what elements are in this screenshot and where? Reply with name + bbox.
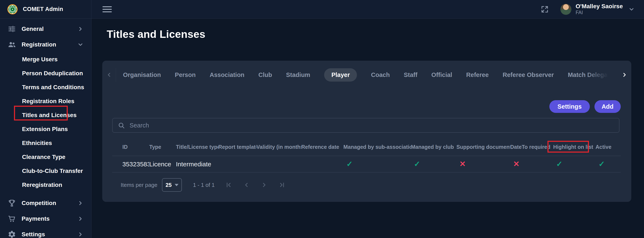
- search-box: [112, 118, 620, 133]
- sidebar-subitem-registration-roles[interactable]: Registration Roles: [0, 94, 91, 108]
- add-button[interactable]: Add: [594, 100, 621, 113]
- previous-page-icon[interactable]: [242, 180, 251, 190]
- sidebar-item-general[interactable]: General: [0, 21, 91, 37]
- brand-title: COMET Admin: [23, 6, 63, 12]
- column-header-id: ID: [112, 144, 149, 150]
- menu-toggle-icon[interactable]: [102, 5, 112, 13]
- page-size-select[interactable]: 25: [162, 178, 182, 192]
- tabs-scroll-right-icon[interactable]: [618, 68, 631, 82]
- last-page-icon[interactable]: [277, 180, 287, 190]
- sidebar-subitem-titles-and-licenses[interactable]: Titles and Licenses: [0, 108, 91, 122]
- search-input[interactable]: [130, 122, 614, 129]
- cell-managed-by-club: ✓: [411, 160, 456, 168]
- sidebar-item-payments[interactable]: Payments: [0, 211, 91, 227]
- next-page-icon[interactable]: [260, 180, 269, 190]
- column-header-supporting-document: Supporting document: [456, 144, 510, 150]
- user-avatar[interactable]: [560, 4, 572, 15]
- column-header-managed-by-sub-association: Managed by sub-association: [344, 144, 411, 150]
- cell-id: 35323583: [112, 161, 149, 168]
- items-per-page-label: Items per page: [121, 182, 157, 188]
- sidebar-item-label: General: [22, 26, 44, 32]
- table-body: 35323583LicenceIntermediate✓✓✕✕✓✓: [112, 156, 621, 172]
- column-header-report-template: Report template: [218, 144, 256, 150]
- tab-organisation[interactable]: Organisation: [123, 71, 161, 78]
- check-icon: ✓: [411, 160, 420, 168]
- sidebar-nav-bottom: CompetitionPaymentsSettings: [0, 195, 91, 238]
- column-header-highlight-on-list: Highlight on list: [553, 144, 596, 150]
- cell-managed-by-sub-association: ✓: [344, 160, 411, 168]
- column-header-active: Active: [596, 144, 620, 150]
- tab-stadium[interactable]: Stadium: [286, 71, 310, 78]
- tab-referee-observer[interactable]: Referee Observer: [502, 71, 554, 78]
- titles-licenses-table: IDTypeTitle/License typeReport templateV…: [112, 138, 621, 172]
- column-header-type: Type: [149, 144, 176, 150]
- chevron-down-icon: [77, 41, 84, 48]
- comet-logo-icon: [7, 4, 18, 14]
- gear-icon: [8, 230, 16, 238]
- column-header-managed-by-club: Managed by club: [411, 144, 456, 150]
- tab-person[interactable]: Person: [175, 71, 196, 78]
- sidebar-item-competition[interactable]: Competition: [0, 195, 91, 211]
- select-caret-icon: [175, 184, 178, 186]
- tabs-scroll-left-icon[interactable]: [102, 68, 116, 82]
- main-content: Titles and Licenses OrganisationPersonAs…: [92, 19, 644, 238]
- column-header-title-license-type: Title/License type: [176, 144, 218, 150]
- first-page-icon[interactable]: [224, 180, 233, 190]
- check-icon: ✓: [344, 160, 353, 168]
- topbar: O'Malley Saoirse FAI: [92, 0, 644, 19]
- sidebar-subitem-merge-users[interactable]: Merge Users: [0, 52, 91, 66]
- table-header-row: IDTypeTitle/License typeReport templateV…: [112, 138, 621, 156]
- tab-staff[interactable]: Staff: [404, 71, 417, 78]
- sidebar-item-label: Competition: [22, 200, 56, 207]
- chevron-down-icon[interactable]: [628, 6, 635, 12]
- sidebar-subitem-terms-and-conditions[interactable]: Terms and Conditions: [0, 80, 91, 94]
- sidebar-nav-top: GeneralRegistration: [0, 21, 91, 52]
- check-icon: ✓: [553, 160, 562, 168]
- tab-club[interactable]: Club: [258, 71, 272, 78]
- cell-title-license-type: Intermediate: [176, 161, 218, 168]
- tab-official[interactable]: Official: [432, 71, 452, 78]
- sidebar-subitem-person-deduplication[interactable]: Person Deduplication: [0, 66, 91, 80]
- tab-association[interactable]: Association: [210, 71, 244, 78]
- table-row[interactable]: 35323583LicenceIntermediate✓✓✕✕✓✓: [112, 156, 621, 172]
- sidebar: COMET Admin GeneralRegistration Merge Us…: [0, 0, 92, 238]
- settings-button[interactable]: Settings: [549, 100, 590, 113]
- sidebar-subitem-clearance-type[interactable]: Clearance Type: [0, 150, 91, 164]
- column-header-reference-date: Reference date: [301, 144, 344, 150]
- sidebar-item-label: Registration: [22, 41, 56, 48]
- user-menu[interactable]: O'Malley Saoirse FAI: [576, 3, 623, 15]
- paginator: Items per page 25 1 - 1 of 1: [112, 178, 621, 192]
- tab-referee[interactable]: Referee: [466, 71, 488, 78]
- tab-match-delegate[interactable]: Match Delegate: [568, 71, 613, 78]
- sidebar-subitem-club-to-club-transfer[interactable]: Club-to-Club Transfer: [0, 164, 91, 178]
- cell-dateto-required: ✕: [510, 160, 553, 168]
- paginator-nav: [224, 180, 287, 190]
- cart-icon: [8, 215, 16, 223]
- tune-icon: [8, 25, 16, 33]
- sidebar-item-label: Payments: [22, 215, 50, 222]
- check-icon: ✓: [596, 160, 605, 168]
- page-size-value: 25: [166, 182, 172, 188]
- tab-player[interactable]: Player: [324, 68, 357, 82]
- column-header-validity-in-months: Validity (in months): [256, 144, 301, 150]
- tab-coach[interactable]: Coach: [371, 71, 390, 78]
- chevron-right-icon: [77, 231, 84, 238]
- cell-supporting-document: ✕: [456, 160, 510, 168]
- search-icon: [118, 122, 125, 129]
- chevron-right-icon: [77, 26, 84, 32]
- cross-icon: ✕: [510, 160, 520, 168]
- fullscreen-icon[interactable]: [540, 5, 549, 13]
- sidebar-subitem-ethnicities[interactable]: Ethnicities: [0, 136, 91, 150]
- sidebar-subitem-reregistration[interactable]: Reregistration: [0, 178, 91, 192]
- chevron-right-icon: [77, 216, 84, 222]
- people-icon: [8, 40, 16, 49]
- cell-active: ✓: [596, 160, 620, 168]
- sidebar-item-settings[interactable]: Settings: [0, 227, 91, 238]
- sidebar-header: COMET Admin: [0, 0, 91, 19]
- tab-list: OrganisationPersonAssociationClubStadium…: [116, 68, 618, 82]
- user-organisation: FAI: [576, 10, 623, 15]
- sidebar-item-registration[interactable]: Registration: [0, 37, 91, 52]
- sidebar-item-label: Settings: [22, 231, 45, 238]
- content-card: OrganisationPersonAssociationClubStadium…: [102, 61, 631, 202]
- sidebar-subitem-extension-plans[interactable]: Extension Plans: [0, 122, 91, 136]
